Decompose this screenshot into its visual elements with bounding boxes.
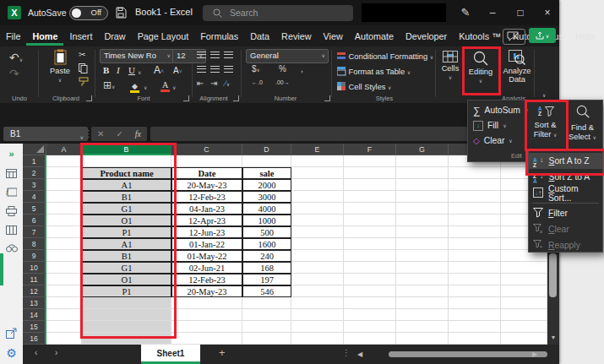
cell-D15[interactable] [242, 321, 291, 333]
tab-kutools[interactable]: Kutools ™ [453, 27, 507, 46]
cell-D14[interactable] [242, 309, 291, 321]
cell-E11[interactable] [291, 274, 344, 285]
sidebar-external-link-icon[interactable] [6, 328, 17, 339]
cell-D16[interactable] [242, 333, 291, 345]
row-header-12[interactable]: 12 [23, 285, 46, 297]
number-dialog-launcher-icon[interactable] [324, 95, 330, 101]
cell-C8[interactable]: 01-Jan-22 [171, 238, 242, 250]
cell-B11[interactable]: O1 [82, 274, 171, 285]
hscroll-left-icon[interactable]: ◀ [357, 350, 362, 358]
tab-view[interactable]: View [317, 27, 348, 46]
cell-G7[interactable] [396, 226, 449, 238]
prev-sheet-icon[interactable]: ‹ [35, 348, 37, 357]
cell-E12[interactable] [291, 285, 344, 297]
save-icon[interactable] [115, 7, 127, 19]
tab-automate[interactable]: Automate [349, 27, 400, 46]
cell-D9[interactable]: 240 [242, 250, 291, 262]
sidebar-binoculars-icon[interactable] [6, 244, 18, 253]
fill-menu-item[interactable]: ↓ Fill∨ [473, 119, 507, 133]
decrease-font-button[interactable]: A˅ [173, 66, 182, 75]
align-right-icon[interactable] [224, 66, 233, 73]
cell-H7[interactable] [449, 226, 501, 238]
cell-C2[interactable]: Date [171, 167, 242, 179]
column-header-g[interactable]: G [396, 144, 449, 155]
cell-G11[interactable] [396, 274, 449, 285]
cell-C13[interactable] [171, 297, 242, 309]
cell-I10[interactable] [501, 262, 547, 274]
cell-B3[interactable]: A1 [82, 179, 171, 191]
cell-D5[interactable]: 4000 [242, 203, 291, 215]
cell-H6[interactable] [449, 215, 501, 226]
column-header-e[interactable]: E [291, 144, 344, 155]
row-header-8[interactable]: 8 [23, 238, 46, 250]
align-middle-icon[interactable] [210, 52, 220, 58]
cell-H16[interactable] [449, 333, 501, 345]
tab-review[interactable]: Review [275, 27, 317, 46]
row-header-5[interactable]: 5 [23, 203, 46, 215]
cell-I14[interactable] [501, 309, 547, 321]
cell-A5[interactable] [46, 203, 82, 215]
row-header-1[interactable]: 1 [23, 155, 46, 167]
cell-F8[interactable] [344, 238, 396, 250]
share-button[interactable]: ∨ [529, 28, 556, 43]
sidebar-settings-gear-icon[interactable]: ⚙ [0, 346, 23, 360]
cell-A13[interactable] [46, 297, 82, 309]
align-left-icon[interactable] [197, 66, 206, 73]
cell-F3[interactable] [344, 179, 396, 191]
alignment-dialog-launcher-icon[interactable] [233, 95, 239, 101]
align-bottom-icon[interactable] [224, 52, 233, 58]
cell-F10[interactable] [344, 262, 396, 274]
cell-H10[interactable] [449, 262, 501, 274]
italic-button[interactable]: I [117, 65, 120, 75]
menu-item-filter[interactable]: Filter [529, 205, 602, 221]
sort-filter-button[interactable]: AZ Sort & Filter ∨ [527, 102, 563, 149]
cell-F13[interactable] [344, 297, 396, 309]
autosum-menu-item[interactable]: ∑ AutoSum∨ [473, 104, 528, 117]
cell-F9[interactable] [344, 250, 396, 262]
conditional-formatting-button[interactable]: Conditional Formatting ∨ [337, 52, 433, 61]
cell-G15[interactable] [396, 321, 449, 333]
format-as-table-button[interactable]: Format as Table ∨ [337, 67, 411, 76]
cell-E6[interactable] [291, 215, 344, 226]
cell-B4[interactable]: B1 [82, 191, 171, 203]
font-color-button[interactable]: A [161, 79, 170, 92]
cell-F12[interactable] [344, 285, 396, 297]
cell-C6[interactable]: 12-Apr-23 [171, 215, 242, 226]
cell-H13[interactable] [449, 297, 501, 309]
row-header-15[interactable]: 15 [23, 321, 46, 333]
cell-C3[interactable]: 20-May-23 [171, 179, 242, 191]
cell-E7[interactable] [291, 226, 344, 238]
cell-C12[interactable]: 20-May-23 [171, 285, 242, 297]
cell-E3[interactable] [291, 179, 344, 191]
align-center-icon[interactable] [210, 66, 220, 73]
cell-D6[interactable]: 1000 [242, 215, 291, 226]
font-name-combo[interactable]: Times New Ro∨ [100, 49, 174, 63]
fill-color-chevron-icon[interactable]: ∨ [144, 84, 147, 90]
sidebar-printer-icon[interactable] [6, 206, 17, 216]
row-header-7[interactable]: 7 [23, 226, 46, 238]
cell-G6[interactable] [396, 215, 449, 226]
cell-G5[interactable] [396, 203, 449, 215]
increase-indent-icon[interactable]: ⇥ [210, 79, 217, 88]
menu-item-sort-z-to-a[interactable]: ZA↓Sort Z to A [529, 169, 602, 185]
cell-I12[interactable] [501, 285, 547, 297]
sheet-tab-sheet1[interactable]: Sheet1 [141, 345, 200, 364]
cell-A4[interactable] [46, 191, 82, 203]
cell-E15[interactable] [291, 321, 344, 333]
row-header-9[interactable]: 9 [23, 250, 46, 262]
sidebar-workbook-pane-icon[interactable] [6, 169, 17, 178]
cell-A12[interactable] [46, 285, 82, 297]
cell-B8[interactable]: A1 [82, 238, 171, 250]
cell-D2[interactable]: sale [242, 167, 291, 179]
cell-D3[interactable]: 2000 [242, 179, 291, 191]
cell-A16[interactable] [46, 333, 82, 345]
cell-D13[interactable] [242, 297, 291, 309]
orientation-icon[interactable]: ∕∨ [225, 79, 230, 88]
select-all-corner[interactable] [23, 144, 46, 155]
tab-formulas[interactable]: Formulas [194, 27, 244, 46]
tab-home[interactable]: Home [26, 27, 63, 46]
cell-B2[interactable]: Product name [82, 167, 171, 179]
next-sheet-icon[interactable]: › [55, 348, 57, 357]
cell-G9[interactable] [396, 250, 449, 262]
number-format-combo[interactable]: General∨ [246, 49, 329, 63]
